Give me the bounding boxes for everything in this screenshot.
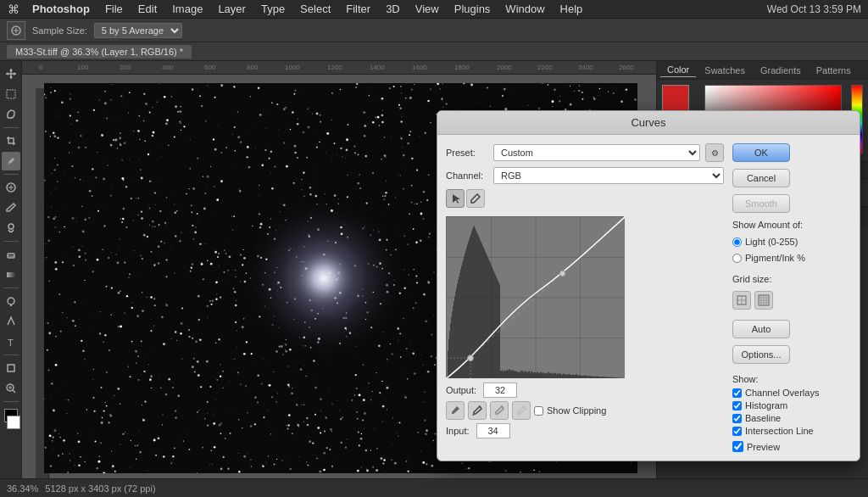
svg-text:2200: 2200 bbox=[537, 64, 553, 71]
healing-tool[interactable] bbox=[2, 178, 20, 197]
datetime-display: Wed Oct 13 3:59 PM bbox=[767, 3, 861, 15]
shape-tool[interactable] bbox=[2, 359, 20, 377]
baseline-label: Baseline bbox=[745, 413, 781, 423]
menu-right-items: Wed Oct 13 3:59 PM bbox=[767, 3, 861, 15]
ok-button[interactable]: OK bbox=[732, 143, 790, 162]
background-color[interactable] bbox=[7, 416, 20, 429]
apple-logo-icon[interactable]: ⌘ bbox=[7, 3, 20, 16]
options-bar: Sample Size: 5 by 5 Average bbox=[0, 19, 868, 42]
tab-patterns[interactable]: Patterns bbox=[810, 64, 858, 77]
pigment-radio-row: Pigment/Ink % bbox=[732, 253, 851, 263]
curves-right-panel: OK Cancel Smooth Show Amount of: Light (… bbox=[732, 143, 851, 452]
svg-text:600: 600 bbox=[204, 64, 216, 71]
selection-tool[interactable] bbox=[2, 85, 20, 103]
auto-button[interactable]: Auto bbox=[732, 320, 790, 338]
pigment-radio[interactable] bbox=[732, 254, 742, 263]
eyedropper-tool[interactable] bbox=[2, 152, 20, 170]
menu-3d[interactable]: 3D bbox=[379, 1, 407, 17]
histogram-checkbox[interactable] bbox=[732, 401, 742, 410]
dodge-tool[interactable] bbox=[2, 292, 20, 310]
tab-gradients[interactable]: Gradients bbox=[754, 64, 808, 77]
menu-select[interactable]: Select bbox=[293, 1, 337, 17]
channel-select[interactable]: RGB bbox=[493, 167, 724, 184]
curves-output-row: Output: bbox=[446, 383, 724, 398]
color-panel-tabs: Color Swatches Gradients Patterns bbox=[657, 61, 868, 80]
curves-channel-row: Channel: RGB bbox=[446, 167, 724, 184]
pen-tool[interactable] bbox=[2, 312, 20, 331]
curves-sample-gray-btn[interactable] bbox=[490, 401, 509, 420]
grid-small-btn[interactable] bbox=[732, 291, 751, 310]
svg-text:0: 0 bbox=[39, 64, 43, 71]
svg-text:1200: 1200 bbox=[327, 64, 342, 71]
baseline-checkbox[interactable] bbox=[732, 414, 742, 423]
menu-help[interactable]: Help bbox=[554, 1, 590, 17]
show-label: Show: bbox=[732, 374, 851, 384]
brush-tool[interactable] bbox=[2, 198, 20, 217]
menu-type[interactable]: Type bbox=[254, 1, 292, 17]
eraser-tool[interactable] bbox=[2, 245, 20, 264]
crop-tool[interactable] bbox=[2, 131, 20, 150]
cancel-button[interactable]: Cancel bbox=[732, 169, 790, 187]
output-value[interactable] bbox=[483, 383, 517, 398]
menu-bar: ⌘ Photoshop File Edit Image Layer Type S… bbox=[0, 0, 868, 19]
lasso-tool[interactable] bbox=[2, 105, 20, 124]
svg-line-20 bbox=[13, 390, 15, 393]
gradient-tool[interactable] bbox=[2, 265, 20, 284]
curves-settings-btn[interactable]: ⚙ bbox=[705, 143, 724, 162]
clone-tool[interactable] bbox=[2, 219, 20, 237]
curves-eyedropper-btn[interactable] bbox=[446, 401, 465, 420]
curves-pointer-tool[interactable] bbox=[446, 189, 465, 208]
histogram-label: Histogram bbox=[745, 400, 787, 410]
channel-overlays-label: Channel Overlays bbox=[745, 388, 819, 398]
svg-text:800: 800 bbox=[247, 64, 259, 71]
channel-overlays-checkbox[interactable] bbox=[732, 388, 742, 398]
preview-label: Preview bbox=[747, 442, 780, 452]
pigment-label: Pigment/Ink % bbox=[745, 253, 805, 263]
curves-graph-area[interactable] bbox=[446, 216, 624, 377]
foreground-color-swatch[interactable] bbox=[662, 85, 689, 112]
curves-sample-white-btn[interactable] bbox=[512, 401, 531, 420]
preset-select[interactable]: Custom bbox=[493, 144, 700, 161]
tab-color[interactable]: Color bbox=[660, 63, 696, 77]
menu-layer[interactable]: Layer bbox=[211, 1, 253, 17]
show-amount-label: Show Amount of: bbox=[732, 220, 851, 230]
channel-label: Channel: bbox=[446, 170, 488, 181]
grid-size-buttons bbox=[732, 291, 851, 310]
menu-window[interactable]: Window bbox=[498, 1, 551, 17]
menu-view[interactable]: View bbox=[409, 1, 446, 17]
curves-pencil-tool[interactable] bbox=[466, 189, 485, 208]
intersection-checkbox[interactable] bbox=[732, 427, 742, 436]
svg-marker-3 bbox=[9, 69, 13, 71]
menu-image[interactable]: Image bbox=[165, 1, 209, 17]
document-tab[interactable]: M33-St.tiff @ 36.3% (Layer 1, RGB/16) * bbox=[7, 45, 192, 59]
curves-sample-black-btn[interactable] bbox=[468, 401, 487, 420]
zoom-tool[interactable] bbox=[2, 379, 20, 398]
text-tool[interactable]: T bbox=[2, 332, 20, 351]
curves-tools-row bbox=[446, 189, 485, 208]
input-value[interactable] bbox=[476, 423, 510, 438]
move-tool[interactable] bbox=[2, 64, 20, 83]
tool-icon bbox=[7, 21, 25, 40]
svg-rect-14 bbox=[7, 272, 15, 277]
menu-edit[interactable]: Edit bbox=[131, 1, 164, 17]
menu-photoshop[interactable]: Photoshop bbox=[25, 1, 97, 17]
sample-size-select[interactable]: 5 by 5 Average bbox=[94, 23, 182, 38]
show-clipping-row: Show Clipping bbox=[534, 405, 606, 416]
options-button[interactable]: Options... bbox=[732, 345, 790, 364]
menu-plugins[interactable]: Plugins bbox=[448, 1, 498, 17]
menu-filter[interactable]: Filter bbox=[339, 1, 377, 17]
preview-row: Preview bbox=[732, 441, 851, 452]
menu-file[interactable]: File bbox=[98, 1, 130, 17]
tab-swatches[interactable]: Swatches bbox=[698, 64, 752, 77]
preview-checkbox[interactable] bbox=[732, 441, 743, 452]
svg-marker-6 bbox=[14, 72, 16, 75]
svg-text:2400: 2400 bbox=[578, 64, 593, 71]
light-label: Light (0-255) bbox=[745, 237, 798, 247]
document-tab-bar: M33-St.tiff @ 36.3% (Layer 1, RGB/16) * bbox=[0, 42, 868, 61]
curves-left-panel: Preset: Custom ⚙ Channel: RGB bbox=[446, 143, 724, 452]
svg-text:1800: 1800 bbox=[454, 64, 470, 71]
show-clipping-checkbox[interactable] bbox=[534, 406, 543, 416]
grid-large-btn[interactable] bbox=[754, 291, 773, 310]
smooth-button[interactable]: Smooth bbox=[732, 194, 790, 213]
light-radio[interactable] bbox=[732, 237, 742, 247]
